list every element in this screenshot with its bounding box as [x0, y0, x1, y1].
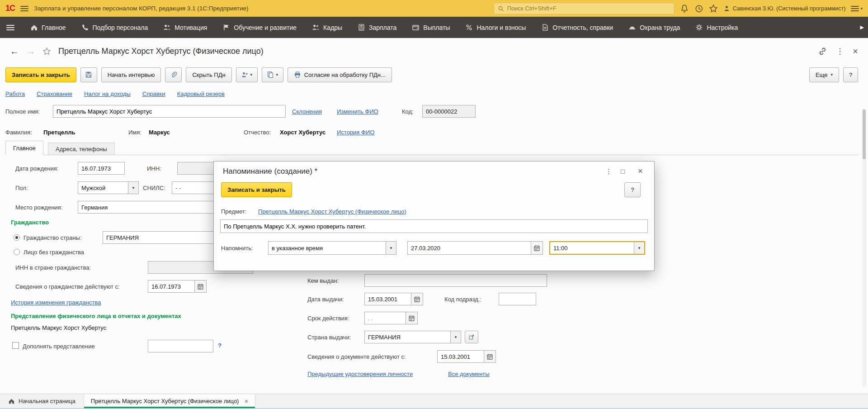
- pdn-consent-button[interactable]: Согласие на обработку ПДн...: [288, 67, 392, 82]
- section-reports[interactable]: Отчетность, справки: [533, 17, 621, 38]
- notifications-bell-icon[interactable]: [680, 4, 689, 13]
- save-and-close-button[interactable]: Записать и закрыть: [5, 67, 76, 82]
- tab-addresses[interactable]: Адреса, телефоны: [48, 143, 115, 155]
- section-motivation[interactable]: Мотивация: [156, 17, 215, 38]
- name-history-link[interactable]: История ФИО: [337, 129, 374, 136]
- all-documents-link[interactable]: Все документы: [448, 371, 490, 377]
- calendar-icon[interactable]: [411, 293, 423, 305]
- section-recruiting[interactable]: Подбор персонала: [74, 17, 156, 38]
- back-arrow-icon[interactable]: ←: [10, 46, 19, 57]
- home-page-tab[interactable]: Начальная страница: [0, 394, 84, 408]
- hide-pdn-button[interactable]: Скрыть ПДн: [186, 67, 231, 82]
- more-button[interactable]: Еще▾: [809, 67, 839, 82]
- link-work[interactable]: Работа: [5, 90, 25, 97]
- remind-date-field[interactable]: 27.03.2020: [407, 241, 543, 255]
- append-presentation-label[interactable]: Дополнять представление: [23, 343, 95, 350]
- remind-mode-combo[interactable]: в указанное время ▾: [268, 241, 396, 255]
- append-presentation-checkbox[interactable]: [12, 342, 19, 349]
- global-search[interactable]: [494, 3, 675, 14]
- get-link-icon[interactable]: [818, 47, 827, 56]
- help-button[interactable]: ?: [843, 67, 858, 82]
- valid-until-field[interactable]: . .: [364, 312, 418, 324]
- dialog-help-button[interactable]: ?: [624, 182, 641, 197]
- chevron-down-icon[interactable]: ▾: [450, 331, 461, 343]
- link-income-tax[interactable]: Налог на доходы: [84, 90, 131, 97]
- calendar-icon[interactable]: [194, 281, 206, 292]
- close-icon[interactable]: ×: [638, 166, 643, 176]
- issue-date-field[interactable]: 15.03.2001: [364, 293, 423, 305]
- append-presentation-field[interactable]: [148, 340, 213, 352]
- issue-country-label: Страна выдачи:: [307, 334, 351, 341]
- subject-link[interactable]: Претцелль Маркус Хорст Хубертус (Физичес…: [258, 208, 406, 215]
- citizenship-history-link[interactable]: История изменения гражданства: [11, 299, 101, 306]
- issue-country-combo[interactable]: ГЕРМАНИЯ ▾: [364, 331, 461, 343]
- section-training[interactable]: Обучение и развитие: [215, 17, 304, 38]
- stateless-label[interactable]: Лицо без гражданства: [24, 249, 84, 256]
- middle-name-label: Отчество:: [244, 129, 271, 136]
- gender-label: Пол:: [15, 185, 28, 191]
- create-based-on-button[interactable]: ▾: [262, 67, 283, 82]
- favorites-star-icon[interactable]: [709, 4, 718, 13]
- scrollbar-thumb[interactable]: [863, 109, 866, 159]
- sections-menu-icon[interactable]: [0, 25, 23, 30]
- chevron-down-icon[interactable]: ▾: [128, 182, 138, 194]
- reminder-text-field[interactable]: [220, 219, 648, 233]
- link-certificates[interactable]: Справки: [142, 90, 165, 97]
- forward-arrow-icon[interactable]: →: [26, 46, 35, 57]
- gender-combo[interactable]: Мужской ▾: [78, 181, 139, 194]
- full-name-field[interactable]: [53, 105, 286, 118]
- chevron-down-icon[interactable]: ▾: [634, 242, 644, 254]
- active-window-tab[interactable]: Претцелль Маркус Хорст Хубертус (Физичес…: [84, 394, 255, 408]
- service-menu-button[interactable]: ▾: [851, 6, 863, 11]
- open-icon: [468, 334, 475, 340]
- section-labor-safety[interactable]: Охрана труда: [621, 17, 688, 38]
- sections-scroll-right[interactable]: ▶: [856, 24, 868, 30]
- search-input[interactable]: [507, 5, 670, 12]
- chevron-down-icon[interactable]: ▾: [386, 242, 396, 254]
- calendar-icon[interactable]: [484, 351, 495, 362]
- dept-code-field[interactable]: [499, 293, 536, 305]
- previous-ids-link[interactable]: Предыдущие удостоверения личности: [307, 371, 413, 377]
- presentation-help-link[interactable]: ?: [218, 342, 222, 349]
- current-user[interactable]: Савинская З.Ю. (Системный программист): [723, 5, 846, 12]
- tab-main[interactable]: Главное: [5, 141, 43, 155]
- section-settings[interactable]: Настройка: [688, 17, 745, 38]
- citizenship-country-radio[interactable]: [14, 234, 20, 241]
- citizenship-country-label[interactable]: Гражданство страны:: [24, 234, 82, 241]
- close-tab-icon[interactable]: ×: [244, 397, 248, 405]
- kebab-menu-icon[interactable]: ⋮: [836, 47, 844, 56]
- birth-date-field[interactable]: 16.07.1973: [78, 162, 125, 175]
- save-button[interactable]: [80, 67, 97, 82]
- change-name-link[interactable]: Изменить ФИО: [337, 108, 378, 115]
- declensions-link[interactable]: Склонения: [292, 108, 322, 115]
- responsible-persons-button[interactable]: ▾: [236, 67, 258, 82]
- calendar-icon[interactable]: [406, 312, 417, 324]
- dialog-save-and-close-button[interactable]: Записать и закрыть: [221, 182, 292, 197]
- history-icon[interactable]: [694, 4, 703, 13]
- link-personnel-reserve[interactable]: Кадровый резерв: [177, 90, 225, 97]
- doc-valid-from-field[interactable]: 15.03.2001: [437, 350, 496, 363]
- link-insurance[interactable]: Страхование: [37, 90, 72, 97]
- maximize-icon[interactable]: □: [621, 167, 625, 175]
- first-name-value: Маркус: [149, 129, 170, 136]
- calendar-icon[interactable]: [531, 242, 542, 254]
- kebab-menu-icon[interactable]: ⋮: [605, 167, 612, 176]
- close-form-icon[interactable]: ×: [853, 46, 858, 57]
- main-menu-icon[interactable]: [20, 6, 28, 11]
- chevron-down-icon: ▾: [860, 6, 863, 11]
- issue-country-open-button[interactable]: [465, 331, 478, 343]
- section-main[interactable]: Главное: [23, 17, 74, 38]
- calculator-icon: [358, 24, 365, 31]
- start-interview-button[interactable]: Начать интервью: [101, 67, 161, 82]
- favorite-star-icon[interactable]: [42, 47, 51, 56]
- section-taxes[interactable]: Налоги и взносы: [458, 17, 533, 38]
- issued-by-field[interactable]: [364, 274, 547, 287]
- section-hr[interactable]: Кадры: [304, 17, 350, 38]
- attachments-button[interactable]: [165, 67, 182, 82]
- citizenship-valid-from-field[interactable]: 16.07.1973: [148, 280, 207, 293]
- section-salary[interactable]: Зарплата: [350, 17, 404, 38]
- vertical-scrollbar[interactable]: [862, 109, 866, 387]
- stateless-radio[interactable]: [14, 249, 20, 255]
- section-payments[interactable]: Выплаты: [404, 17, 458, 38]
- remind-time-field[interactable]: 11:00 ▾: [549, 241, 645, 255]
